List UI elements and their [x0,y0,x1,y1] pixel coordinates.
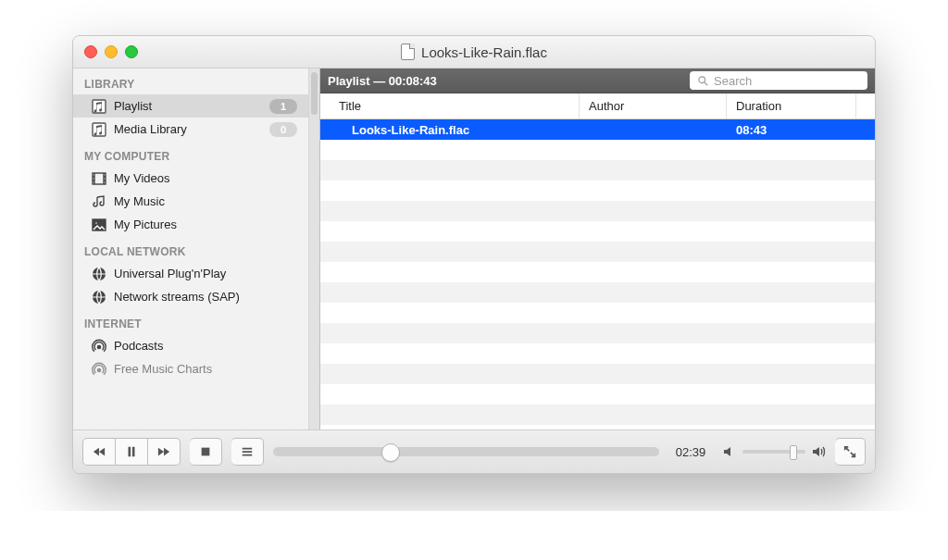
sidebar-item-playlist[interactable]: Playlist 1 [73,94,308,118]
volume-group [722,444,826,459]
window-body: LIBRARY Playlist 1 Media Library 0 MY CO… [73,68,875,429]
sidebar-item-free-music-charts[interactable]: Free Music Charts [73,357,308,380]
elapsed-time[interactable]: 02:39 [668,445,713,459]
titlebar: Looks-Like-Rain.flac [73,36,875,68]
playlist-toggle-button[interactable] [231,438,264,466]
playlist-header-text: Playlist — 00:08:43 [328,74,680,88]
svg-point-7 [97,345,100,348]
next-button[interactable] [148,438,181,466]
previous-button[interactable] [82,438,116,466]
sidebar-section-local-network: LOCAL NETWORK [73,236,308,262]
volume-slider[interactable] [742,450,805,454]
svg-point-4 [95,221,98,224]
column-tail [856,93,875,118]
column-title[interactable]: Title [320,93,580,118]
svg-rect-11 [132,447,135,457]
network-icon [92,290,106,305]
cell-title: Looks-Like-Rain.flac [320,123,580,137]
search-input[interactable]: Search [690,71,867,90]
sidebar-section-internet: INTERNET [73,308,308,334]
sidebar-item-label: Media Library [114,122,262,136]
sidebar-item-my-music[interactable]: My Music [73,190,308,213]
seek-knob[interactable] [381,443,400,462]
window-controls [84,45,138,58]
sidebar-item-label: My Videos [114,171,297,185]
sidebar-item-label: My Music [114,194,297,208]
sidebar-item-label: Universal Plug'n'Play [114,267,297,280]
seek-slider[interactable] [273,447,659,456]
sidebar-item-label: Podcasts [114,339,297,353]
cell-duration: 08:43 [727,123,856,137]
sidebar-item-my-videos[interactable]: My Videos [73,167,308,190]
volume-max-icon[interactable] [811,444,826,459]
sidebar-badge: 1 [269,99,297,114]
video-icon [92,171,106,186]
playlist-header-bar: Playlist — 00:08:43 Search [320,68,875,93]
playlist-rows[interactable]: Looks-Like-Rain.flac 08:43 [320,119,875,429]
volume-knob[interactable] [790,445,797,460]
stop-button[interactable] [190,438,222,466]
table-header: Title Author Duration [320,93,875,119]
svg-point-8 [97,368,100,371]
sidebar-section-library: LIBRARY [73,68,308,94]
svg-rect-10 [129,447,131,457]
sidebar[interactable]: LIBRARY Playlist 1 Media Library 0 MY CO… [73,68,309,429]
pictures-icon [92,218,106,232]
sidebar-item-podcasts[interactable]: Podcasts [73,334,308,357]
playlist-row[interactable]: Looks-Like-Rain.flac 08:43 [320,119,875,140]
sidebar-item-my-pictures[interactable]: My Pictures [73,213,308,236]
pause-button[interactable] [116,438,148,466]
sidebar-scrollbar[interactable] [309,68,320,429]
podcast-icon [92,362,106,377]
sidebar-item-media-library[interactable]: Media Library 0 [73,118,308,141]
document-icon [401,44,415,60]
playlist-panel: Playlist — 00:08:43 Search Title Author … [320,68,875,429]
zoom-window-button[interactable] [125,45,138,58]
window-title-text: Looks-Like-Rain.flac [421,44,547,60]
fullscreen-button[interactable] [835,438,866,466]
search-icon [697,75,708,86]
network-icon [92,267,106,281]
row-stripes [320,119,875,429]
column-author[interactable]: Author [580,93,727,118]
sidebar-item-label: Free Music Charts [114,362,297,376]
media-library-icon [92,122,106,137]
svg-point-9 [699,77,705,83]
sidebar-item-label: Network streams (SAP) [114,290,297,304]
player-controls: 02:39 [73,429,875,473]
search-placeholder: Search [714,74,752,88]
svg-rect-12 [202,448,210,456]
podcast-icon [92,339,106,354]
sidebar-item-upnp[interactable]: Universal Plug'n'Play [73,262,308,285]
music-icon [92,194,106,209]
window-title: Looks-Like-Rain.flac [73,44,875,60]
app-window: Looks-Like-Rain.flac LIBRARY Playlist 1 … [72,35,876,474]
sidebar-item-label: My Pictures [114,218,297,231]
column-duration[interactable]: Duration [727,93,856,118]
sidebar-badge: 0 [269,122,297,137]
volume-mute-icon[interactable] [722,444,737,459]
playlist-icon [92,99,106,114]
close-window-button[interactable] [84,45,97,58]
sidebar-section-my-computer: MY COMPUTER [73,141,308,167]
transport-group [82,438,181,466]
sidebar-item-label: Playlist [114,99,262,113]
minimize-window-button[interactable] [105,45,118,58]
sidebar-item-sap[interactable]: Network streams (SAP) [73,285,308,308]
